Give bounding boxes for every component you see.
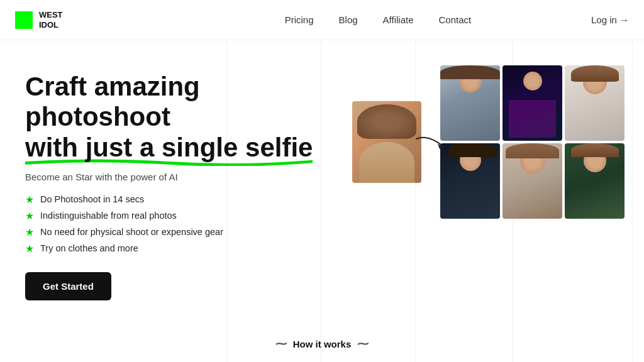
feature-text: No need for physical shoot or expensive … (40, 227, 223, 237)
star-icon: ★ (25, 226, 34, 238)
star-icon: ★ (25, 210, 34, 222)
photo-grid-item (502, 143, 562, 219)
login-link[interactable]: Log in → (591, 14, 629, 25)
squiggle-right-icon: ⁓ (357, 337, 369, 351)
headline-line1: Craft amazing photoshoot (25, 72, 200, 131)
left-section: Craft amazing photoshoot with just a sin… (25, 59, 352, 300)
selfie-hair-detail (357, 104, 416, 139)
photo-grid-item (440, 143, 500, 219)
navbar: WESTIDOL Pricing Blog Affiliate Contact … (0, 0, 644, 40)
get-started-button[interactable]: Get Started (25, 272, 111, 300)
logo-text: WESTIDOL (39, 10, 63, 30)
selfie-container (352, 101, 421, 183)
feature-item: ★ Try on clothes and more (25, 243, 352, 255)
selfie-photo (352, 101, 421, 183)
nav-contact[interactable]: Contact (439, 14, 472, 25)
headline-line2: with just a single selfie (25, 133, 313, 166)
photo-grid-item (565, 143, 625, 219)
photo-grid-item (565, 65, 625, 141)
main-content: Craft amazing photoshoot with just a sin… (0, 40, 644, 362)
logo[interactable]: WESTIDOL (15, 10, 63, 30)
feature-text: Try on clothes and more (40, 243, 138, 253)
photo-grid (440, 65, 625, 219)
feature-item: ★ Do Photoshoot in 14 secs (25, 194, 352, 206)
photo-grid-item (502, 65, 562, 141)
nav-pricing[interactable]: Pricing (285, 14, 314, 25)
nav-affiliate[interactable]: Affiliate (383, 14, 414, 25)
headline: Craft amazing photoshoot with just a sin… (25, 72, 327, 163)
logo-icon (15, 11, 33, 29)
star-icon: ★ (25, 243, 34, 255)
feature-item: ★ Indistinguishable from real photos (25, 210, 352, 222)
how-it-works-label: How it works (293, 339, 352, 349)
right-section (352, 59, 625, 219)
feature-text: Do Photoshoot in 14 secs (40, 194, 144, 204)
star-icon: ★ (25, 194, 34, 206)
subheadline: Become an Star with the power of AI (25, 172, 352, 182)
nav-blog[interactable]: Blog (339, 14, 358, 25)
features-list: ★ Do Photoshoot in 14 secs ★ Indistingui… (25, 194, 352, 255)
nav-links: Pricing Blog Affiliate Contact (285, 14, 472, 25)
how-it-works[interactable]: ⁓ How it works ⁓ (275, 337, 369, 351)
squiggle-left-icon: ⁓ (275, 337, 287, 351)
arrow-icon (415, 133, 450, 151)
feature-text: Indistinguishable from real photos (40, 211, 177, 221)
photo-grid-item (440, 65, 500, 141)
feature-item: ★ No need for physical shoot or expensiv… (25, 226, 352, 238)
